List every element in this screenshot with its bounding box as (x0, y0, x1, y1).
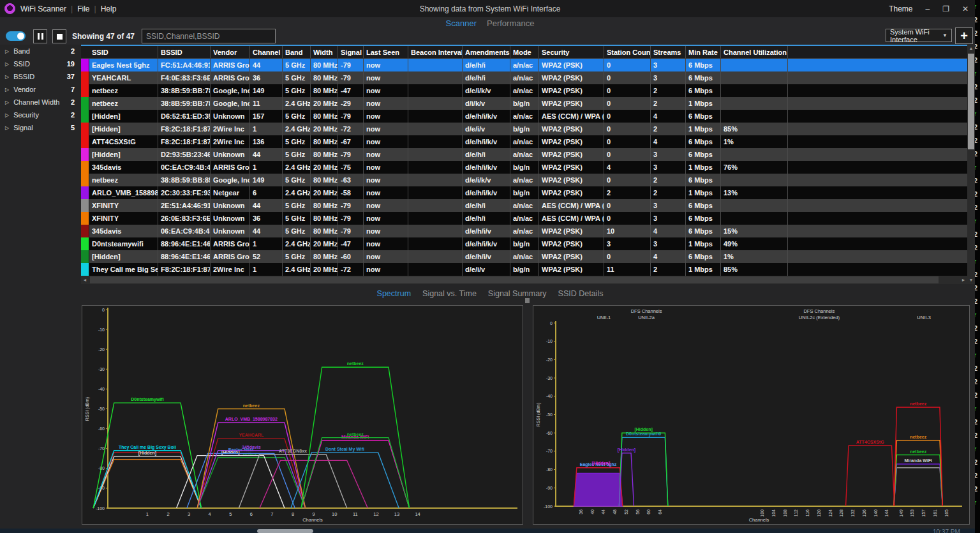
splitter-grip[interactable] (525, 298, 530, 303)
table-vertical-scrollbar[interactable]: ▲ ▼ (967, 45, 975, 284)
table-horizontal-scrollbar[interactable]: ◄ ► (81, 276, 967, 284)
table-row[interactable]: [Hidden]F8:2C:18:F1:87:5B2Wire Inc12.4 G… (81, 123, 967, 135)
clipped-text-fragment: 2 (975, 322, 980, 335)
network-label-arlo-vmb-1588987832: ARLO_VMB_1588987832 (225, 417, 278, 421)
column-header-band[interactable]: Band (283, 46, 311, 58)
column-header-security[interactable]: Security (539, 46, 604, 58)
table-row[interactable]: Eagles Nest 5ghzFC:51:A4:46:91:C9ARRIS G… (81, 59, 967, 71)
table-row[interactable]: [Hidden]D6:52:61:ED:35:9CUnknown1575 GHz… (81, 110, 967, 123)
column-header-mode[interactable]: Mode (510, 46, 539, 58)
clipped-text-fragment: r (975, 442, 980, 456)
column-header-channel-utilization[interactable]: Channel Utilization (721, 46, 788, 58)
column-header-width[interactable]: Width (311, 46, 338, 58)
search-input[interactable] (142, 29, 276, 43)
hscroll-thumb[interactable] (90, 276, 939, 283)
filter-count: 5 (71, 124, 75, 131)
tab-performance[interactable]: Performance (487, 19, 534, 28)
table-row[interactable]: netbeez38:8B:59:BB:78:D1Google, Inc.112.… (81, 97, 967, 110)
sidebar-item-channel-width[interactable]: ▷Channel Width2 (0, 96, 81, 109)
tab-ssid-details[interactable]: SSID Details (558, 289, 604, 298)
menu-file[interactable]: File (77, 4, 89, 13)
column-header-bssid[interactable]: BSSID (158, 46, 211, 58)
table-row[interactable]: D0ntsteamywifi88:96:4E:E1:46:60ARRIS Gro… (81, 237, 967, 250)
interface-select[interactable]: System WiFi Interface ▼ (886, 29, 952, 42)
column-header-ssid[interactable]: SSID (89, 46, 158, 58)
column-header-station-count[interactable]: Station Count (604, 46, 651, 58)
cell-streams: 4 (651, 225, 686, 237)
table-row[interactable]: ARLO_VMB_15889878322C:30:33:FE:93:08Netg… (81, 186, 967, 199)
x-tick-label: 9 (313, 511, 315, 517)
sidebar-item-bssid[interactable]: ▷BSSID37 (0, 70, 81, 83)
cell-channel: 52 (250, 250, 283, 263)
stop-button[interactable] (52, 29, 66, 43)
table-row[interactable]: 345davis0C:EA:C9:4B:4D:F0ARRIS Group, I1… (81, 161, 967, 174)
network-label-yeahcarl: YEAHCARL (239, 433, 264, 437)
column-header-vendor[interactable]: Vendor (211, 46, 250, 58)
restore-icon[interactable]: ❐ (942, 5, 949, 13)
scroll-right-icon[interactable]: ► (960, 276, 967, 284)
column-header-last-seen[interactable]: Last Seen (364, 46, 408, 58)
column-header-min-rate[interactable]: Min Rate (686, 46, 721, 58)
table-header-row: SSIDBSSIDVendorChannelBandWidthSignalLas… (81, 46, 967, 59)
tab-signal-summary[interactable]: Signal Summary (488, 289, 547, 298)
cell-width: 80 MHz (311, 174, 338, 186)
cell-ssid: They Call me Big Sexy Boii (89, 263, 158, 276)
pause-button[interactable] (33, 29, 47, 43)
cell-ssid: netbeez (89, 97, 158, 110)
background-window-sliver: r2222r22r222r222r22r222r22r222r22r222r (975, 0, 980, 533)
table-row[interactable]: netbeez38:8B:59:BB:78:CDGoogle, Inc.1495… (81, 84, 967, 97)
network-color-strip (81, 174, 89, 186)
menu-help[interactable]: Help (101, 4, 117, 13)
minimize-icon[interactable]: – (925, 5, 930, 13)
chevron-right-icon: ▷ (5, 125, 9, 131)
scroll-down-icon[interactable]: ▼ (967, 276, 975, 284)
scroll-up-icon[interactable]: ▲ (967, 45, 975, 52)
cell-bssid: 06:EA:C9:4B:4D:F3 (158, 225, 211, 237)
theme-button[interactable]: Theme (889, 4, 912, 13)
cell-station-count: 0 (604, 84, 651, 97)
y-tick-label: -80 (546, 467, 553, 472)
vscroll-thumb[interactable] (968, 54, 974, 149)
table-row[interactable]: [Hidden]88:96:4E:E1:46:63ARRIS Group, I5… (81, 250, 967, 263)
x-tick-label: 4 (209, 511, 211, 517)
chart-tab-bar: SpectrumSignal vs. TimeSignal SummarySSI… (0, 284, 980, 303)
y-tick-label: -100 (96, 506, 105, 511)
table-row[interactable]: netbeez38:8B:59:BB:85:2DGoogle, Inc.1495… (81, 174, 967, 186)
cell-amendments: d/e/h/i (463, 199, 510, 212)
sidebar-item-security[interactable]: ▷Security2 (0, 109, 81, 121)
scan-toggle[interactable] (6, 31, 26, 41)
cell-channel-utilization (721, 84, 788, 97)
column-header-channel[interactable]: Channel (250, 46, 283, 58)
column-header-streams[interactable]: Streams (651, 46, 686, 58)
sidebar-item-signal[interactable]: ▷Signal5 (0, 121, 81, 134)
sidebar-item-band[interactable]: ▷Band2 (0, 45, 81, 57)
column-header-signal[interactable]: Signal (338, 46, 364, 58)
y-tick-label: -50 (546, 412, 553, 417)
table-row[interactable]: YEAHCARLF4:0E:83:F3:6E:70ARRIS Group, I3… (81, 71, 967, 84)
tab-scanner[interactable]: Scanner (446, 19, 477, 28)
add-interface-button[interactable]: + (955, 27, 973, 44)
column-header-amendments[interactable]: Amendments (463, 46, 510, 58)
tab-signal-vs-time[interactable]: Signal vs. Time (422, 289, 477, 298)
table-row[interactable]: XFINITY2E:51:A4:46:91:C9Unknown445 GHz80… (81, 199, 967, 212)
sidebar-item-ssid[interactable]: ▷SSID19 (0, 57, 81, 70)
table-row[interactable]: XFINITY26:0E:83:F3:6E:70Unknown365 GHz80… (81, 212, 967, 225)
table-row[interactable]: ATT4CSXStGF8:2C:18:F1:87:622Wire Inc1365… (81, 135, 967, 148)
x-tick-label: 116 (805, 509, 810, 516)
table-row[interactable]: 345davis06:EA:C9:4B:4D:F3Unknown445 GHz8… (81, 225, 967, 237)
close-icon[interactable]: ✕ (962, 5, 969, 13)
sidebar-item-vendor[interactable]: ▷Vendor7 (0, 83, 81, 96)
scroll-left-icon[interactable]: ◄ (81, 276, 89, 284)
table-row[interactable]: They Call me Big Sexy BoiiF8:2C:18:F1:87… (81, 263, 967, 276)
cell-signal: -60 (338, 250, 364, 263)
network-label-netbeez: netbeez (243, 403, 260, 408)
column-header-beacon-interval[interactable]: Beacon Interval (408, 46, 463, 58)
x-tick-label: 153 (910, 509, 914, 517)
cell-filler (788, 135, 967, 148)
network-label-miranda-wifi: Miranda WiFi (904, 458, 932, 463)
cell-channel-utilization (721, 59, 788, 71)
network-color-strip (81, 84, 89, 97)
tab-spectrum[interactable]: Spectrum (377, 289, 412, 298)
table-row[interactable]: [Hidden]D2:93:5B:23:46:B3Unknown445 GHz8… (81, 148, 967, 161)
cell-band: 5 GHz (283, 199, 311, 212)
